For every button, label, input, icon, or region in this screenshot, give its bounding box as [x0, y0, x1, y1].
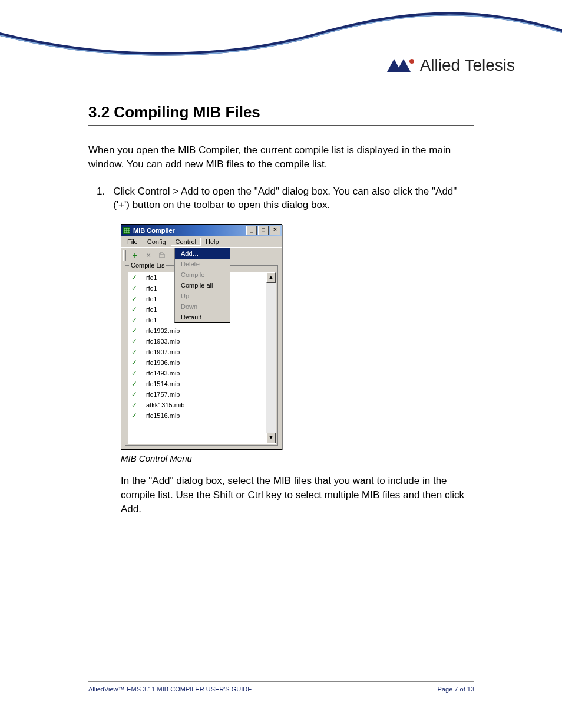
minimize-button[interactable]: _	[246, 226, 257, 235]
toolbar-grip	[123, 250, 126, 261]
brand-logo: Allied Telesis	[386, 56, 515, 75]
step-number: 1.	[97, 185, 105, 213]
list-item-label: rfc1514.mib	[146, 380, 180, 387]
checkmark-icon: ✓	[131, 358, 138, 367]
checkmark-icon: ✓	[131, 327, 138, 335]
control-menu-dropdown: Add…DeleteCompileCompile allUpDownDefaul…	[174, 248, 230, 323]
header-wave	[0, 0, 562, 65]
section-rule	[88, 125, 474, 126]
brand-mark-icon	[386, 58, 415, 73]
list-item-label: atkk1315.mib	[146, 401, 184, 409]
after-paragraph: In the "Add" dialog box, select the MIB …	[121, 474, 474, 516]
menu-item-compile-all[interactable]: Compile all	[175, 280, 230, 291]
figure-caption: MIB Control Menu	[121, 453, 474, 463]
menu-item-up: Up	[175, 291, 230, 301]
checkmark-icon: ✓	[131, 380, 138, 388]
list-item-label: rfc1493.mib	[146, 370, 180, 377]
brand-text: Allied Telesis	[420, 56, 515, 75]
section-heading: 3.2 Compiling MIB Files	[88, 103, 474, 121]
menu-item-down: Down	[175, 301, 230, 312]
list-item[interactable]: ✓rfc1514.mib	[128, 378, 266, 389]
list-item[interactable]: ✓rfc1516.mib	[128, 410, 266, 421]
footer-right: Page 7 of 13	[438, 686, 474, 693]
window-title: MIB Compiler	[133, 227, 246, 234]
checkmark-icon: ✓	[131, 295, 138, 303]
list-item-label: rfc1907.mib	[146, 348, 180, 355]
mib-compiler-window: MIB Compiler _ □ × FileConfigControlHelp…	[121, 224, 282, 450]
svg-point-0	[409, 59, 414, 64]
menu-item-delete: Delete	[175, 259, 230, 269]
menu-item-add[interactable]: Add…	[175, 248, 230, 259]
intro-paragraph: When you open the MIB Compiler, the curr…	[88, 143, 474, 172]
checkmark-icon: ✓	[131, 348, 138, 356]
menu-item-default[interactable]: Default	[175, 312, 230, 322]
list-item[interactable]: ✓rfc1493.mib	[128, 368, 266, 378]
footer-left: AlliedView™-EMS 3.11 MIB COMPILER USER'S…	[88, 686, 252, 693]
checkmark-icon: ✓	[131, 305, 138, 314]
scroll-down-icon[interactable]: ▼	[266, 433, 276, 443]
checkmark-icon: ✓	[131, 390, 138, 398]
maximize-button[interactable]: □	[258, 226, 269, 235]
delete-icon[interactable]: ×	[142, 249, 155, 262]
list-item[interactable]: ✓rfc1903.mib	[128, 336, 266, 347]
checkmark-icon: ✓	[131, 284, 138, 292]
list-item-label: rfc1	[146, 317, 157, 324]
checkmark-icon: ✓	[131, 411, 138, 420]
close-button[interactable]: ×	[270, 226, 280, 235]
list-item-label: rfc1	[146, 295, 157, 302]
step-text: Click Control > Add to open the "Add" di…	[113, 185, 474, 213]
checkmark-icon: ✓	[131, 337, 138, 345]
step-1: 1. Click Control > Add to open the "Add"…	[97, 185, 474, 213]
list-item-label: rfc1906.mib	[146, 359, 180, 366]
list-item-label: rfc1516.mib	[146, 412, 180, 419]
scroll-track[interactable]	[266, 283, 276, 433]
list-item-label: rfc1	[146, 274, 157, 281]
list-item[interactable]: ✓rfc1907.mib	[128, 347, 266, 357]
page-footer: AlliedView™-EMS 3.11 MIB COMPILER USER'S…	[88, 681, 474, 693]
menu-help[interactable]: Help	[201, 238, 224, 246]
list-item[interactable]: ✓rfc1757.mib	[128, 389, 266, 400]
titlebar[interactable]: MIB Compiler _ □ ×	[121, 225, 282, 236]
list-item-label: rfc1	[146, 285, 157, 292]
add-icon[interactable]: +	[128, 249, 141, 262]
scrollbar[interactable]: ▲ ▼	[266, 272, 276, 443]
checkmark-icon: ✓	[131, 369, 138, 377]
list-item[interactable]: ✓rfc1906.mib	[128, 357, 266, 368]
menu-config[interactable]: Config	[143, 238, 171, 246]
compile-icon[interactable]	[156, 249, 168, 262]
list-item-label: rfc1902.mib	[146, 327, 180, 334]
list-item[interactable]: ✓atkk1315.mib	[128, 400, 266, 410]
list-item[interactable]: ✓rfc1902.mib	[128, 325, 266, 336]
menu-control[interactable]: Control	[171, 238, 201, 246]
checkmark-icon: ✓	[131, 401, 138, 409]
app-icon	[123, 226, 131, 235]
list-item-label: rfc1903.mib	[146, 338, 180, 345]
list-item-label: rfc1757.mib	[146, 391, 180, 398]
compile-list-legend: Compile Lis	[129, 262, 166, 269]
list-item-label: rfc1	[146, 306, 157, 313]
checkmark-icon: ✓	[131, 274, 138, 282]
menu-item-compile: Compile	[175, 269, 230, 280]
scroll-up-icon[interactable]: ▲	[266, 272, 276, 283]
toolbar: + × Add…DeleteCompileCompile allUpDownDe…	[121, 247, 282, 263]
menu-file[interactable]: File	[123, 238, 143, 246]
checkmark-icon: ✓	[131, 316, 138, 324]
menubar: FileConfigControlHelp	[121, 236, 282, 247]
